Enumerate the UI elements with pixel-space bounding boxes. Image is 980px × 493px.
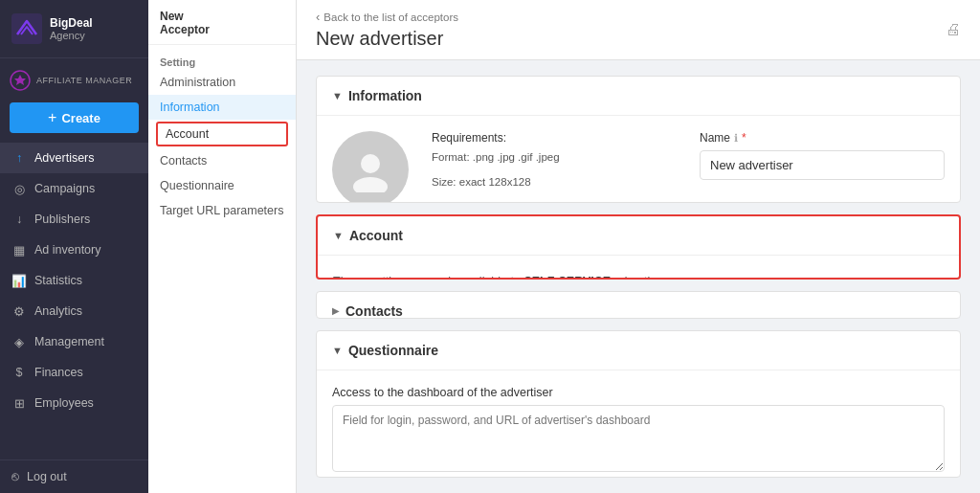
sidebar-item-advertisers[interactable]: ↑ Advertisers (0, 143, 148, 173)
sidebar-item-ad-inventory[interactable]: ▦ Ad inventory (0, 235, 148, 265)
sidebar-label-employees: Employees (34, 396, 94, 410)
contacts-card-header[interactable]: ▶ Contacts (317, 292, 960, 319)
sidebar-item-employees[interactable]: ⊞ Employees (0, 388, 148, 418)
role-label: AFFILIATE MANAGER (36, 76, 132, 85)
name-input[interactable] (700, 150, 945, 180)
sub-nav-questionnaire[interactable]: Questionnaire (148, 173, 296, 198)
advertisers-icon: ↑ (11, 150, 27, 166)
sidebar-item-publishers[interactable]: ↓ Publishers (0, 204, 148, 235)
information-card-header[interactable]: ▼ Information (317, 77, 960, 116)
information-card-title: Information (348, 88, 422, 103)
sub-header-line1: New (160, 10, 284, 23)
management-icon: ◈ (11, 334, 27, 349)
name-info-icon[interactable]: ℹ (734, 132, 738, 145)
sub-nav-account[interactable]: Account (156, 122, 288, 146)
contacts-card: ▶ Contacts (316, 291, 961, 319)
sidebar-item-finances[interactable]: $ Finances (0, 357, 148, 388)
account-toggle-icon[interactable]: ▼ (333, 230, 344, 241)
page-title: New advertiser (316, 26, 458, 50)
questionnaire-toggle-icon[interactable]: ▼ (332, 345, 343, 356)
account-card-header[interactable]: ▼ Account (318, 216, 959, 256)
finances-icon: $ (11, 365, 27, 380)
ad-inventory-icon: ▦ (11, 242, 27, 258)
sub-nav-information[interactable]: Information (148, 95, 296, 120)
sidebar-label-campaigns: Campaigns (34, 182, 95, 195)
account-card: ▼ Account These settings are only availa… (316, 214, 961, 280)
requirements-area: Requirements: Format: .png .jpg .gif .jp… (432, 131, 677, 203)
questionnaire-card-body: Access to the dashboard of the advertise… (317, 370, 960, 479)
sub-section-title-setting: Setting (148, 53, 296, 70)
requirements-filesize: File size: no more 10MB (432, 199, 677, 203)
questionnaire-card: ▼ Questionnaire Access to the dashboard … (316, 330, 961, 479)
logout-icon: ⎋ (11, 470, 19, 483)
create-label: Create (61, 111, 100, 125)
account-card-body: These settings are only available to SEL… (318, 256, 959, 280)
back-link[interactable]: ‹ Back to the list of acceptors (316, 10, 458, 24)
sidebar-item-campaigns[interactable]: ◎ Campaigns (0, 173, 148, 204)
logo-area: BigDeal Agency (0, 0, 148, 58)
account-message: These settings are only available to SEL… (333, 271, 944, 280)
questionnaire-card-header[interactable]: ▼ Questionnaire (317, 331, 960, 370)
requirements-size: Size: exact 128x128 (432, 173, 677, 190)
logout-label: Log out (27, 470, 67, 483)
avatar-area (332, 131, 409, 203)
sidebar-item-statistics[interactable]: 📊 Statistics (0, 265, 148, 296)
information-card: ▼ Information Requirements: Format: .png… (316, 76, 961, 203)
employees-icon: ⊞ (11, 395, 27, 411)
name-label: Name ℹ * (700, 131, 945, 145)
requirements-format: Format: .png .jpg .gif .jpeg (432, 148, 677, 166)
create-button[interactable]: + Create (10, 102, 139, 133)
print-icon[interactable]: 🖨 (946, 21, 961, 38)
logo-icon (11, 13, 42, 44)
contacts-card-title: Contacts (345, 303, 403, 319)
campaigns-icon: ◎ (11, 181, 27, 196)
sidebar-item-management[interactable]: ◈ Management (0, 326, 148, 357)
topbar: ‹ Back to the list of acceptors New adve… (297, 0, 980, 60)
sub-nav-target-url[interactable]: Target URL parameters (148, 198, 296, 223)
statistics-icon: 📊 (11, 273, 27, 288)
sub-nav-section-setting: Setting Administration Information Accou… (148, 45, 296, 225)
sub-nav-contacts[interactable]: Contacts (148, 148, 296, 173)
account-card-title: Account (349, 228, 403, 243)
content-area: ▼ Information Requirements: Format: .png… (297, 60, 980, 493)
topbar-right: 🖨 (946, 21, 961, 38)
questionnaire-card-title: Questionnaire (348, 343, 438, 358)
back-link-text: Back to the list of acceptors (323, 11, 458, 23)
sub-sidebar: New Acceptor Setting Administration Info… (148, 0, 297, 493)
avatar (332, 131, 409, 203)
sub-header-line2: Acceptor (160, 23, 284, 36)
contacts-toggle-icon[interactable]: ▶ (332, 305, 340, 316)
svg-point-3 (353, 177, 388, 192)
required-star: * (742, 131, 746, 145)
affiliate-icon (10, 70, 31, 91)
dashboard-label: Access to the dashboard of the advertise… (332, 386, 945, 399)
sidebar-label-finances: Finances (34, 366, 83, 379)
sidebar-item-analytics[interactable]: ⚙ Analytics (0, 296, 148, 326)
svg-rect-0 (11, 13, 42, 44)
analytics-icon: ⚙ (11, 303, 27, 319)
logout-item[interactable]: ⎋ Log out (0, 459, 148, 493)
sidebar-label-advertisers: Advertisers (34, 151, 95, 165)
information-card-body: Requirements: Format: .png .jpg .gif .jp… (317, 116, 960, 203)
sidebar-label-analytics: Analytics (34, 304, 82, 318)
name-area: Name ℹ * (700, 131, 945, 203)
information-toggle-icon[interactable]: ▼ (332, 90, 343, 101)
sidebar-label-management: Management (34, 335, 104, 348)
affiliate-section: AFFILIATE MANAGER (0, 58, 148, 99)
sub-sidebar-header: New Acceptor (148, 0, 296, 45)
sub-nav-administration[interactable]: Administration (148, 70, 296, 95)
name-label-text: Name (700, 131, 730, 145)
dashboard-textarea[interactable] (332, 405, 945, 472)
self-service-text: SELF-SERVICE (523, 275, 611, 280)
publishers-icon: ↓ (11, 212, 27, 227)
avatar-person-icon (347, 146, 393, 192)
main-sidebar: BigDeal Agency AFFILIATE MANAGER + Creat… (0, 0, 148, 493)
create-plus-icon: + (48, 109, 56, 126)
sidebar-label-statistics: Statistics (34, 274, 82, 287)
sidebar-label-ad-inventory: Ad inventory (34, 243, 100, 257)
svg-point-2 (361, 154, 380, 173)
requirements-label: Requirements: (432, 131, 677, 145)
sidebar-label-publishers: Publishers (34, 213, 90, 226)
back-arrow-icon: ‹ (316, 10, 320, 24)
main-content: ‹ Back to the list of acceptors New adve… (297, 0, 980, 493)
